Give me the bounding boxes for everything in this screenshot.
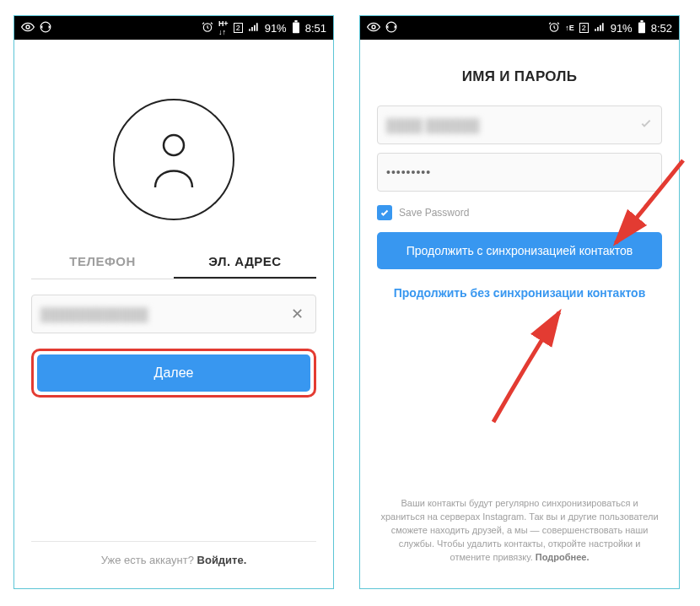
name-input[interactable]: ████ ██████ xyxy=(377,106,662,144)
signal-icon xyxy=(248,21,260,35)
name-value-redacted: ████ ██████ xyxy=(386,118,639,133)
password-mask: ••••••••• xyxy=(386,165,653,179)
save-password-label: Save Password xyxy=(399,207,469,219)
svg-rect-4 xyxy=(294,20,297,22)
network-icon: H+↓↑ xyxy=(218,19,229,36)
eye-icon xyxy=(21,20,35,36)
teamviewer-icon xyxy=(40,21,51,35)
teamviewer-icon xyxy=(385,21,397,35)
clear-icon[interactable]: ✕ xyxy=(288,305,307,323)
svg-point-7 xyxy=(386,22,396,32)
email-input[interactable]: ████████████ ✕ xyxy=(31,295,316,333)
continue-without-sync-link[interactable]: Продолжить без синхронизации контактов xyxy=(377,286,662,300)
status-bar: ↑E 2 91% 8:52 xyxy=(360,16,679,40)
svg-rect-9 xyxy=(638,22,645,33)
network-icon: ↑E xyxy=(565,24,574,32)
signup-content: ТЕЛЕФОН ЭЛ. АДРЕС ████████████ ✕ Далее У… xyxy=(14,40,333,588)
phone-screen-signup: H+↓↑ 2 91% 8:51 ТЕЛЕФОН ЭЛ. АДРЕС xyxy=(13,15,334,589)
tab-email[interactable]: ЭЛ. АДРЕС xyxy=(174,244,316,279)
svg-point-1 xyxy=(40,22,51,32)
login-link[interactable]: Войдите. xyxy=(197,554,247,566)
battery-icon xyxy=(638,20,646,36)
clock-text: 8:51 xyxy=(305,22,326,35)
svg-rect-10 xyxy=(640,20,643,22)
svg-point-5 xyxy=(164,135,184,155)
sim-icon: 2 xyxy=(234,23,243,33)
tab-phone[interactable]: ТЕЛЕФОН xyxy=(31,244,174,279)
avatar-placeholder xyxy=(31,99,316,220)
alarm-icon xyxy=(202,21,213,35)
next-button[interactable]: Далее xyxy=(37,354,310,392)
svg-point-6 xyxy=(372,25,375,29)
name-password-content: ИМЯ И ПАРОЛЬ ████ ██████ ••••••••• Save … xyxy=(360,40,679,588)
login-footer: Уже есть аккаунт? Войдите. xyxy=(31,541,316,578)
sim-icon: 2 xyxy=(579,23,589,33)
signal-icon xyxy=(594,21,606,35)
alarm-icon xyxy=(548,21,560,35)
footer-prefix: Уже есть аккаунт? xyxy=(101,554,197,566)
battery-percent: 91% xyxy=(265,22,287,35)
svg-point-0 xyxy=(26,25,30,29)
battery-percent: 91% xyxy=(611,22,633,35)
save-password-checkbox[interactable] xyxy=(377,205,392,220)
password-input[interactable]: ••••••••• xyxy=(377,153,662,192)
email-value-redacted: ████████████ xyxy=(40,307,288,322)
clock-text: 8:52 xyxy=(651,22,672,35)
learn-more-link[interactable]: Подробнее. xyxy=(536,552,590,562)
highlight-annotation: Далее xyxy=(31,349,316,398)
disclaimer-text: Ваши контакты будут регулярно синхронизи… xyxy=(377,497,662,578)
save-password-row: Save Password xyxy=(377,205,662,220)
battery-icon xyxy=(292,20,300,36)
status-bar: H+↓↑ 2 91% 8:51 xyxy=(14,16,333,40)
person-icon xyxy=(148,130,199,189)
eye-icon xyxy=(367,20,380,36)
svg-rect-3 xyxy=(293,22,299,33)
page-title: ИМЯ И ПАРОЛЬ xyxy=(377,68,662,85)
signup-tabs: ТЕЛЕФОН ЭЛ. АДРЕС xyxy=(31,244,316,279)
checkmark-icon xyxy=(639,116,653,133)
continue-with-sync-button[interactable]: Продолжить с синхронизацией контактов xyxy=(377,232,662,269)
phone-screen-name-password: ↑E 2 91% 8:52 ИМЯ И ПАРОЛЬ ████ ██████ •… xyxy=(359,15,680,589)
